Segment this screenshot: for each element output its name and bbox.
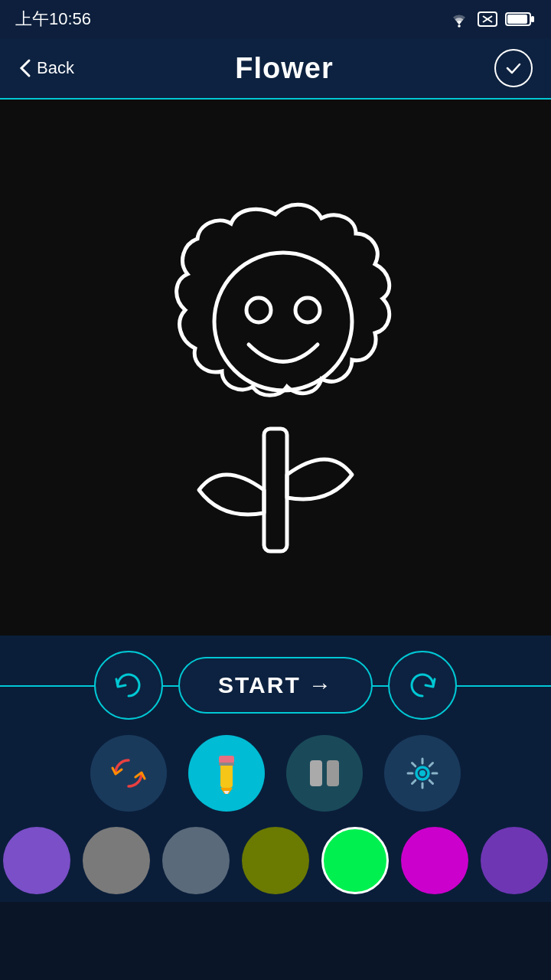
svg-rect-13 (219, 756, 234, 763)
svg-rect-6 (507, 15, 527, 24)
layout-icon (304, 753, 345, 794)
color-olive[interactable] (242, 827, 309, 894)
color-green[interactable] (321, 827, 389, 894)
svg-point-9 (246, 298, 271, 322)
pencil-tool-button[interactable] (188, 735, 265, 812)
svg-rect-14 (219, 763, 234, 766)
status-bar: 上午10:56 (0, 0, 551, 38)
color-row (0, 827, 551, 894)
canvas-area (0, 100, 551, 635)
color-violet[interactable] (481, 827, 548, 894)
pencil-icon (208, 753, 245, 794)
color-gray1[interactable] (83, 827, 150, 894)
layout-tool-button[interactable] (286, 735, 363, 812)
svg-point-0 (458, 24, 461, 28)
svg-line-25 (429, 780, 432, 783)
color-purple[interactable] (3, 827, 70, 894)
flower-image (130, 168, 421, 567)
check-button[interactable] (494, 49, 533, 87)
svg-rect-16 (310, 760, 322, 786)
color-magenta[interactable] (401, 827, 468, 894)
page-title: Flower (235, 52, 333, 85)
check-icon (504, 58, 523, 78)
back-icon (18, 57, 32, 79)
bottom-controls: START → (0, 635, 551, 902)
redo-button[interactable] (388, 651, 457, 720)
battery-icon (505, 11, 536, 28)
color-gray2[interactable] (162, 827, 230, 894)
svg-rect-7 (264, 429, 287, 551)
replace-icon (108, 753, 149, 794)
action-row: START → (0, 651, 551, 720)
start-label: START → (218, 672, 333, 698)
screen-icon (478, 11, 497, 28)
replace-tool-button[interactable] (90, 735, 167, 812)
svg-line-24 (412, 763, 416, 766)
header: Back Flower (0, 38, 551, 100)
svg-point-19 (419, 770, 425, 776)
status-time: 上午10:56 (15, 8, 91, 31)
undo-icon (112, 668, 145, 702)
svg-line-27 (412, 780, 416, 783)
undo-button[interactable] (94, 651, 163, 720)
settings-tool-button[interactable] (384, 735, 461, 812)
start-button[interactable]: START → (178, 657, 373, 714)
back-button[interactable]: Back (18, 57, 74, 79)
redo-icon (406, 668, 439, 702)
wifi-icon (448, 11, 470, 28)
svg-line-26 (429, 763, 432, 766)
svg-point-10 (295, 298, 320, 322)
status-icons (448, 11, 536, 28)
gear-icon (402, 753, 443, 794)
svg-rect-17 (327, 760, 339, 786)
svg-rect-5 (531, 16, 534, 22)
svg-point-8 (214, 253, 352, 390)
back-label: Back (37, 58, 74, 78)
tool-row (75, 735, 476, 812)
